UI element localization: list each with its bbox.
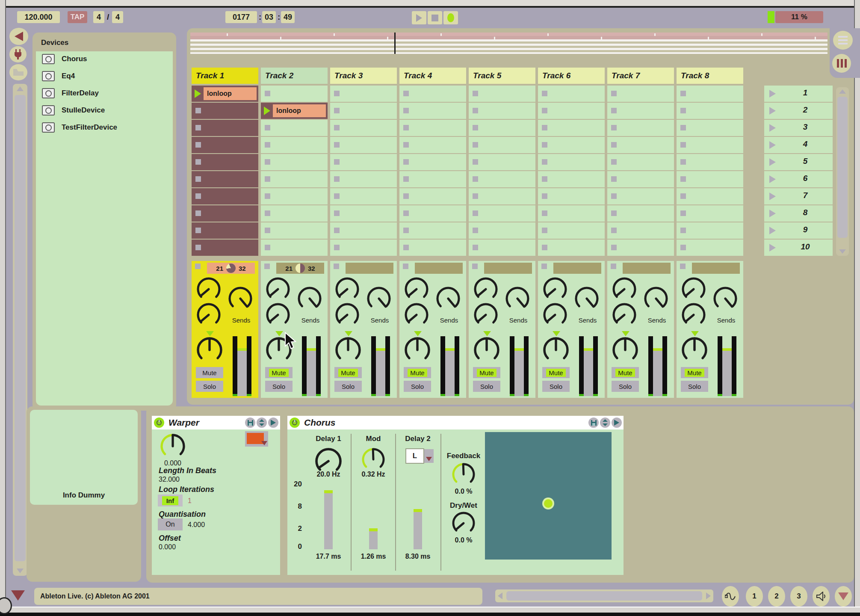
volume-fader[interactable]: [302, 336, 321, 396]
scroll-left-icon[interactable]: [498, 592, 502, 599]
position-beats-field[interactable]: 03: [262, 11, 276, 23]
position-bars-field[interactable]: 0177: [225, 11, 257, 23]
send-b-knob[interactable]: [196, 302, 222, 329]
clip-slot[interactable]: [192, 137, 258, 153]
clip-stop-icon[interactable]: [195, 176, 201, 182]
track-header-1[interactable]: Track 1: [192, 68, 258, 84]
scene-row-6[interactable]: 6: [764, 171, 833, 187]
clip-slot[interactable]: [192, 154, 258, 170]
quantisation-on-button[interactable]: On: [158, 518, 183, 530]
solo-button[interactable]: Solo: [196, 381, 223, 392]
mute-button[interactable]: Mute: [473, 367, 500, 378]
clip-stop-icon[interactable]: [473, 193, 478, 199]
clip-stop-icon[interactable]: [611, 245, 617, 250]
browser-files-button[interactable]: [9, 64, 27, 80]
track-header-3[interactable]: Track 3: [330, 68, 397, 84]
send-b-knob[interactable]: [404, 302, 429, 329]
clip-slot[interactable]: [538, 171, 605, 187]
overview-playhead[interactable]: [394, 33, 396, 54]
clip-stop-icon[interactable]: [334, 193, 340, 199]
scroll-up-icon[interactable]: [17, 86, 24, 91]
scroll-up-icon[interactable]: [839, 89, 846, 94]
clip-slot[interactable]: [538, 154, 605, 170]
send-a-knob[interactable]: [473, 276, 499, 304]
tempo-field[interactable]: 120.000: [17, 11, 60, 23]
arrangement-overview[interactable]: [190, 33, 827, 54]
clip[interactable]: lonloop: [273, 104, 326, 117]
clip-stop-icon[interactable]: [542, 245, 547, 250]
solo-button[interactable]: Solo: [265, 381, 293, 392]
loop-inf-button[interactable]: Inf: [158, 495, 183, 506]
clip-stop-icon[interactable]: [403, 228, 409, 233]
clip-slot[interactable]: [469, 120, 535, 136]
clip-stop-icon[interactable]: [265, 210, 270, 216]
clip-stop-icon[interactable]: [265, 193, 270, 199]
clip-stop-icon[interactable]: [195, 125, 201, 130]
clip-stop-icon[interactable]: [473, 176, 478, 182]
clip-stop-icon[interactable]: [542, 210, 547, 216]
browser-item-eq4[interactable]: Eq4: [36, 68, 173, 84]
clip-slot[interactable]: [538, 205, 605, 222]
browser-scrollbar-thumb[interactable]: [15, 95, 26, 561]
clip-slot[interactable]: [538, 86, 605, 102]
keymap-slot-1-button[interactable]: 1: [746, 586, 763, 607]
volume-fader[interactable]: [718, 336, 736, 396]
solo-button[interactable]: Solo: [404, 381, 431, 392]
clip-stop-icon[interactable]: [334, 159, 340, 165]
clip-slot[interactable]: [330, 171, 397, 187]
mute-button[interactable]: Mute: [404, 367, 431, 378]
clip-slot[interactable]: [399, 86, 466, 102]
clip-stop-icon[interactable]: [473, 108, 478, 113]
clip-stop-icon[interactable]: [403, 125, 409, 130]
solo-button[interactable]: Solo: [334, 381, 362, 392]
send-b-knob[interactable]: [612, 302, 637, 329]
mod-depth-value[interactable]: 1.26 ms: [361, 553, 386, 560]
volume-knob[interactable]: [435, 286, 461, 313]
clip-slot[interactable]: [607, 205, 674, 222]
clip-slot[interactable]: [261, 205, 328, 222]
solo-button[interactable]: Solo: [473, 381, 500, 392]
clip-slot[interactable]: [330, 188, 397, 204]
send-b-knob[interactable]: [265, 302, 291, 329]
save-preset-button[interactable]: [588, 418, 599, 428]
volume-knob[interactable]: [505, 286, 530, 313]
volume-fader[interactable]: [440, 336, 459, 396]
scene-scrollbar[interactable]: [836, 87, 849, 256]
pan-knob[interactable]: [404, 336, 431, 365]
mute-button[interactable]: Mute: [196, 367, 223, 378]
volume-knob[interactable]: [643, 286, 669, 313]
clip-stop-icon[interactable]: [334, 210, 340, 216]
pan-knob[interactable]: [542, 336, 570, 365]
position-sixteenths-field[interactable]: 49: [281, 11, 295, 23]
clip-slot[interactable]: [677, 103, 743, 119]
clip-stop-icon[interactable]: [403, 210, 409, 216]
show-hide-button[interactable]: [835, 586, 852, 607]
clip-stop-icon[interactable]: [473, 91, 478, 96]
clip-stop-icon[interactable]: [542, 159, 547, 165]
clip-slot[interactable]: [677, 120, 743, 136]
send-a-knob[interactable]: [612, 276, 637, 304]
clip-stop-icon[interactable]: [680, 159, 686, 165]
clip-stop-icon[interactable]: [680, 210, 686, 216]
solo-button[interactable]: Solo: [612, 381, 639, 392]
track-header-4[interactable]: Track 4: [399, 68, 466, 84]
clip-stop-icon[interactable]: [265, 125, 270, 130]
scene-row-10[interactable]: 10: [764, 240, 833, 256]
clip-slot[interactable]: [261, 240, 328, 256]
clip-slot[interactable]: [607, 120, 674, 136]
pan-knob[interactable]: [196, 336, 223, 365]
mod-freq-knob[interactable]: [361, 447, 386, 474]
solo-button[interactable]: Solo: [681, 381, 708, 392]
track-stop-icon[interactable]: [334, 264, 339, 269]
clip-slot[interactable]: [261, 120, 328, 136]
delay2-channel-dropdown[interactable]: [424, 449, 434, 463]
clip-slot[interactable]: [469, 205, 535, 222]
clip-slot[interactable]: [677, 171, 743, 187]
stop-button[interactable]: [428, 11, 442, 24]
clip-slot[interactable]: [677, 137, 743, 153]
browser-plugins-button[interactable]: [9, 46, 27, 62]
clip-stop-icon[interactable]: [542, 108, 547, 113]
delay2-time-value[interactable]: 8.30 ms: [405, 553, 431, 560]
clip-stop-icon[interactable]: [542, 228, 547, 233]
scroll-right-icon[interactable]: [706, 592, 711, 599]
